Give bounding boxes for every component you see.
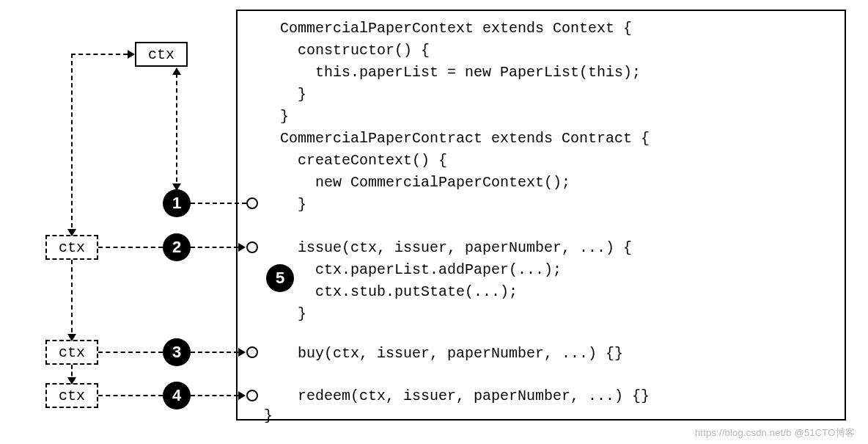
marker-3 xyxy=(246,346,258,358)
line-badge2-to-marker2 xyxy=(191,247,238,248)
arrow-master-up xyxy=(172,68,181,75)
code-line-11: issue(ctx, issuer, paperNumber, ...) { xyxy=(280,241,632,255)
code-line-14: } xyxy=(280,307,306,321)
code-line-5: } xyxy=(280,109,289,124)
badge-3: 3 xyxy=(163,338,191,366)
ctx-buy-label: ctx xyxy=(59,344,85,361)
badge-2: 2 xyxy=(163,233,191,261)
badge-4: 4 xyxy=(163,382,191,410)
code-line-8: new CommercialPaperContext(); xyxy=(280,175,570,190)
badge-5: 5 xyxy=(266,264,294,292)
marker-2 xyxy=(246,241,258,253)
line-spine-top xyxy=(71,54,128,55)
line-ctx4-to-badge4 xyxy=(98,395,163,396)
arrow-2-right xyxy=(238,243,246,252)
arrow-spine-to-ctx2 xyxy=(67,229,76,236)
diagram-stage: CommercialPaperContext extends Context {… xyxy=(0,0,868,444)
line-ctx3-to-badge3 xyxy=(98,352,163,353)
code-line-3: this.paperList = new PaperList(this); xyxy=(280,65,641,80)
code-line-16: buy(ctx, issuer, paperNumber, ...) {} xyxy=(280,346,623,361)
watermark: https://blog.csdn.net/b @51CTO博客 xyxy=(695,426,855,440)
ctx-redeem-box: ctx xyxy=(45,383,98,408)
badge-1: 1 xyxy=(163,189,191,217)
ctx-buy-box: ctx xyxy=(45,340,98,365)
arrow-spine-to-ctx4 xyxy=(67,377,76,385)
arrow-spine-top-right xyxy=(128,50,135,59)
marker-1 xyxy=(246,197,258,209)
ctx-master-label: ctx xyxy=(148,46,174,63)
line-spine xyxy=(71,54,73,235)
code-line-9: } xyxy=(280,197,306,212)
marker-4 xyxy=(246,390,258,401)
line-master-to-badge1 xyxy=(176,73,177,189)
line-spine-2 xyxy=(71,260,73,340)
arrow-master-down xyxy=(172,183,181,191)
code-line-7: createContext() { xyxy=(280,153,447,168)
line-badge3-to-marker3 xyxy=(191,352,238,353)
code-line-1: CommercialPaperContext extends Context { xyxy=(280,21,632,36)
arrow-spine-to-ctx3 xyxy=(67,334,76,341)
arrow-3-right xyxy=(238,348,246,357)
ctx-issue-box: ctx xyxy=(45,235,98,260)
code-line-12: ctx.paperList.addPaper(...); xyxy=(280,263,562,277)
arrow-4-right xyxy=(238,391,246,400)
code-line-18: redeem(ctx, issuer, paperNumber, ...) {} xyxy=(280,389,650,404)
code-line-6: CommercialPaperContract extends Contract… xyxy=(280,131,650,146)
line-badge4-to-marker4 xyxy=(191,395,238,396)
code-line-19: } xyxy=(264,409,273,423)
line-1-to-marker xyxy=(191,203,246,204)
ctx-issue-label: ctx xyxy=(59,239,85,256)
code-line-13: ctx.stub.putState(...); xyxy=(280,285,518,299)
line-ctx2-to-badge2 xyxy=(98,247,163,248)
ctx-master-box: ctx xyxy=(135,42,188,67)
ctx-redeem-label: ctx xyxy=(59,387,85,404)
code-line-4: } xyxy=(280,87,306,102)
code-line-2: constructor() { xyxy=(280,43,430,58)
